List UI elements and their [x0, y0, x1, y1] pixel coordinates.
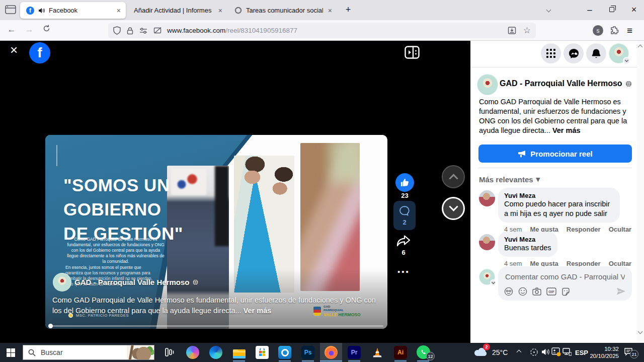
page-name-overlay[interactable]: GAD - Parroquial Valle Hermoso: [74, 278, 199, 286]
copilot-icon[interactable]: [186, 346, 199, 359]
window-close-button[interactable]: ×: [628, 5, 640, 15]
firefox-icon[interactable]: [325, 346, 338, 359]
window-minimize-button[interactable]: –: [584, 5, 596, 15]
edge-icon[interactable]: [209, 346, 222, 359]
tab-close-icon[interactable]: ×: [323, 7, 337, 15]
gif-icon[interactable]: GIF: [546, 287, 556, 296]
share-button[interactable]: [396, 235, 411, 248]
slide-body-1: Como GAD Parroquial de Valle Hermoso es …: [65, 237, 166, 264]
tab-close-icon[interactable]: ×: [112, 7, 126, 15]
reel-video[interactable]: "SOMOS UN GOBIERNO DE GESTIÓN" Como GAD …: [45, 135, 387, 329]
tab-list-chevron-icon[interactable]: [547, 8, 550, 12]
see-more-link[interactable]: Ver más: [552, 126, 581, 134]
commenter-avatar[interactable]: [479, 234, 495, 250]
tab-audio-icon[interactable]: [38, 8, 45, 14]
weather-badge: 2: [483, 343, 490, 350]
whatsapp-icon[interactable]: 12: [417, 345, 435, 359]
volume-icon[interactable]: [541, 348, 550, 356]
autoplay-blocked-icon[interactable]: [153, 27, 162, 34]
next-reel-button[interactable]: [442, 197, 465, 220]
chevron-down-icon: ▾: [536, 175, 540, 184]
shield-icon[interactable]: [113, 26, 121, 35]
illustrator-icon[interactable]: Ai: [394, 346, 407, 359]
collapse-sidebar-icon[interactable]: [405, 46, 420, 59]
composer-avatar[interactable]: [479, 269, 495, 285]
comment-composer[interactable]: Comentar como GAD - Parroquial Vall... G…: [498, 266, 632, 301]
url-text[interactable]: www.facebook.com/reel/831041905916877: [167, 27, 297, 34]
clock-time: 10:32: [588, 345, 619, 352]
photoshop-icon[interactable]: Ps: [301, 346, 314, 359]
notification-center-icon[interactable]: 21: [624, 347, 634, 356]
chevron-down-icon: [623, 57, 630, 64]
bookmark-star-icon[interactable]: ☆: [523, 25, 531, 36]
premiere-icon[interactable]: Pr: [348, 346, 361, 359]
see-more-link[interactable]: Ver más: [244, 307, 272, 315]
account-menu-button[interactable]: [609, 43, 629, 63]
commenter-avatar[interactable]: [479, 190, 495, 206]
page-avatar[interactable]: [53, 273, 71, 292]
file-explorer-icon[interactable]: [232, 346, 246, 359]
forward-button[interactable]: →: [24, 25, 35, 35]
download-icon[interactable]: [508, 26, 516, 35]
comment-author[interactable]: Yuvi Meza: [504, 192, 614, 199]
extensions-puzzle-icon[interactable]: [610, 26, 619, 35]
video-progress-bar[interactable]: [49, 325, 383, 327]
search-placeholder[interactable]: Buscar: [41, 348, 63, 356]
microsoft-store-icon[interactable]: [256, 346, 269, 359]
messenger-button[interactable]: [564, 43, 584, 63]
video-progress-handle[interactable]: [48, 324, 53, 328]
taskbar-underline: [348, 360, 360, 361]
facebook-logo[interactable]: f: [29, 42, 50, 63]
start-button[interactable]: [7, 348, 15, 357]
comment-sort-dropdown[interactable]: Más relevantes▾: [479, 175, 540, 184]
scroll-up-icon[interactable]: [638, 45, 643, 50]
task-view-button[interactable]: [165, 348, 175, 356]
firefox-view-icon[interactable]: [5, 5, 16, 15]
permissions-icon[interactable]: [139, 27, 147, 34]
page-name[interactable]: GAD - Parroquial Valle Hermoso: [500, 79, 632, 88]
composer-placeholder[interactable]: Comentar como GAD - Parroquial Vall...: [505, 272, 625, 281]
tab-tareas[interactable]: Tareas comunicador social GAD ×: [229, 2, 337, 19]
weather-icon[interactable]: 2: [474, 346, 487, 356]
extension-s-icon[interactable]: s: [593, 25, 603, 36]
scroll-down-icon[interactable]: [638, 329, 643, 334]
send-comment-icon[interactable]: [616, 287, 626, 296]
new-tab-button[interactable]: +: [342, 5, 354, 15]
taskbar-search-box[interactable]: Buscar: [23, 345, 154, 360]
tab-facebook[interactable]: f Facebook ×: [20, 2, 126, 19]
previous-reel-button[interactable]: [442, 165, 465, 188]
temperature-label[interactable]: 25°C: [492, 348, 508, 356]
language-indicator[interactable]: ESP: [575, 349, 588, 356]
notifications-button[interactable]: [586, 43, 606, 63]
back-button[interactable]: ←: [6, 25, 17, 35]
camera-icon[interactable]: [532, 287, 541, 296]
reload-button[interactable]: [42, 24, 51, 33]
sidebar-scrollbar[interactable]: [637, 41, 644, 343]
tray-expand-icon[interactable]: [517, 350, 521, 354]
lock-icon[interactable]: [127, 27, 133, 35]
window-restore-button[interactable]: [609, 7, 614, 12]
megaphone-icon: [518, 150, 526, 158]
outlook-icon[interactable]: [278, 346, 291, 359]
tab-close-icon[interactable]: ×: [213, 7, 227, 15]
network-icon[interactable]: [562, 348, 572, 356]
address-bar[interactable]: www.facebook.com/reel/831041905916877 ☆: [108, 23, 536, 38]
teams-status-icon[interactable]: [551, 347, 561, 356]
vlc-icon[interactable]: [371, 346, 384, 359]
menu-hamburger-icon[interactable]: ≡: [627, 25, 632, 36]
more-options-button[interactable]: •••: [397, 267, 410, 276]
page-avatar[interactable]: [477, 74, 498, 95]
emoji-smiley-icon[interactable]: [518, 287, 527, 296]
clock[interactable]: 10:32 20/10/2025: [588, 345, 619, 359]
comment-author[interactable]: Yuvi Meza: [504, 236, 551, 243]
close-reel-icon[interactable]: ×: [10, 44, 18, 55]
promote-reel-button[interactable]: Promocionar reel: [478, 144, 632, 163]
apps-grid-button[interactable]: [541, 43, 561, 63]
tab-title: Facebook: [49, 7, 77, 14]
like-button[interactable]: [395, 173, 414, 192]
sticker-icon[interactable]: [561, 287, 570, 296]
comment-button[interactable]: 2: [393, 201, 416, 230]
onedrive-icon[interactable]: [530, 348, 538, 356]
tab-informes[interactable]: Añadir Actividad | Informes Mensua ×: [129, 2, 227, 19]
avatar-emoji-icon[interactable]: [504, 287, 513, 296]
